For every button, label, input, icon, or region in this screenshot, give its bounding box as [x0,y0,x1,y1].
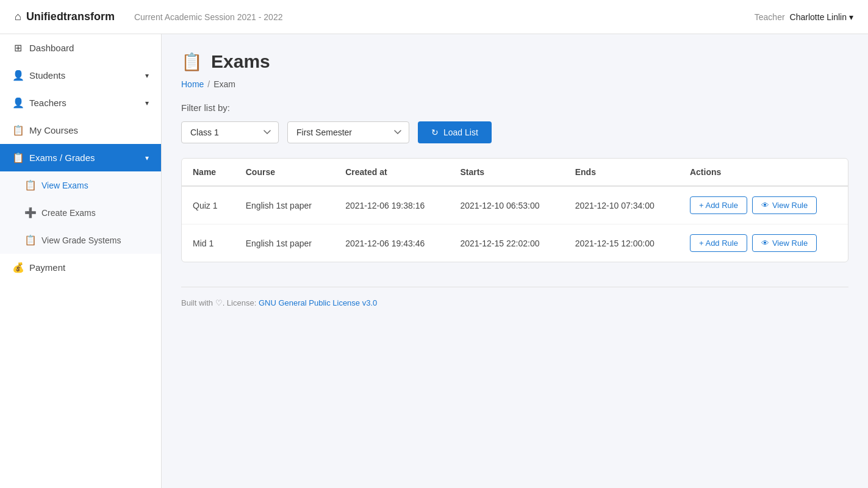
courses-icon: 📋 [12,124,23,136]
grade-systems-icon: 📋 [24,234,35,246]
username-button[interactable]: Charlotte Linlin ▾ [790,12,853,22]
teachers-icon: 👤 [12,97,23,109]
class-select[interactable]: Class 1 Class 2 Class 3 [181,121,279,143]
students-icon: 👤 [12,70,23,81]
row-created-at: 2021-12-06 19:43:46 [334,224,449,262]
table-row: Mid 1 English 1st paper 2021-12-06 19:43… [182,224,848,262]
sidebar-sub-exams: 📋 View Exams ➕ Create Exams 📋 View Grade… [0,171,161,254]
sidebar-item-create-exams[interactable]: ➕ Create Exams [0,199,161,226]
sidebar-item-my-courses[interactable]: 📋 My Courses [0,117,161,144]
actions-cell: + Add Rule 👁 View Rule [690,196,837,214]
view-rule-button[interactable]: 👁 View Rule [752,234,817,252]
footer: Built with ♡. License: GNU General Publi… [181,287,848,318]
table-header-row: Name Course Created at Starts Ends Actio… [182,159,848,186]
sidebar-item-view-grade-systems[interactable]: 📋 View Grade Systems [0,226,161,254]
row-created-at: 2021-12-06 19:38:16 [334,186,449,224]
topbar-right: Teacher Charlotte Linlin ▾ [755,12,853,22]
col-actions: Actions [679,159,848,186]
sidebar-item-dashboard[interactable]: ⊞ Dashboard [0,34,161,62]
main-layout: ⊞ Dashboard 👤 Students ▾ 👤 Teachers ▾ 📋 … [0,34,868,488]
row-course: English 1st paper [235,186,335,224]
breadcrumb-home[interactable]: Home [181,79,204,89]
view-rule-button[interactable]: 👁 View Rule [752,196,817,214]
chevron-down-icon: ▾ [145,99,149,107]
session-label: Current Academic Session 2021 - 2022 [134,12,283,22]
dashboard-icon: ⊞ [12,42,23,54]
row-starts: 2021-12-10 06:53:00 [449,186,564,224]
col-course: Course [235,159,335,186]
topbar: ⌂ Unifiedtransform Current Academic Sess… [0,0,868,34]
exams-table: Name Course Created at Starts Ends Actio… [182,159,848,262]
col-starts: Starts [449,159,564,186]
eye-icon: 👁 [761,201,769,210]
filter-row: Class 1 Class 2 Class 3 First Semester S… [181,121,848,143]
add-rule-button[interactable]: + Add Rule [690,196,747,214]
payment-icon: 💰 [12,262,23,273]
breadcrumb-separator: / [207,79,210,89]
sidebar-item-label: Dashboard [29,43,74,53]
eye-icon: 👁 [761,239,769,248]
sidebar-item-label: My Courses [29,125,78,135]
chevron-down-icon: ▾ [145,71,149,80]
view-exams-icon: 📋 [24,179,35,191]
sidebar-item-label: Students [29,70,65,81]
sidebar-sub-label: Create Exams [41,208,96,218]
breadcrumb: Home / Exam [181,79,848,89]
exams-table-container: Name Course Created at Starts Ends Actio… [181,158,848,262]
sidebar-item-label: Payment [29,262,65,273]
semester-select[interactable]: First Semester Second Semester [287,121,409,143]
row-ends: 2021-12-10 07:34:00 [564,186,679,224]
row-actions: + Add Rule 👁 View Rule [679,186,848,224]
row-name: Mid 1 [182,224,235,262]
actions-cell: + Add Rule 👁 View Rule [690,234,837,252]
sidebar-item-label: Exams / Grades [29,152,95,163]
col-ends: Ends [564,159,679,186]
main-content: 📋 Exams Home / Exam Filter list by: Clas… [162,34,868,488]
brand[interactable]: ⌂ Unifiedtransform [15,10,115,23]
page-header-icon: 📋 [181,52,203,72]
page-title: Exams [211,51,270,72]
exams-icon: 📋 [12,152,23,163]
row-name: Quiz 1 [182,186,235,224]
row-ends: 2021-12-15 12:00:00 [564,224,679,262]
sidebar-item-students[interactable]: 👤 Students ▾ [0,62,161,89]
chevron-down-icon: ▾ [145,154,149,162]
row-actions: + Add Rule 👁 View Rule [679,224,848,262]
refresh-icon: ↻ [431,127,439,137]
sidebar-item-exams-grades[interactable]: 📋 Exams / Grades ▾ [0,144,161,171]
footer-license-link[interactable]: GNU General Public License v3.0 [259,298,377,307]
row-course: English 1st paper [235,224,335,262]
user-role: Teacher [755,12,785,22]
sidebar-item-view-exams[interactable]: 📋 View Exams [0,171,161,199]
sidebar-item-payment[interactable]: 💰 Payment [0,254,161,281]
filter-label: Filter list by: [181,102,848,113]
add-rule-button[interactable]: + Add Rule [690,234,747,252]
chevron-down-icon: ▾ [849,12,853,22]
sidebar-sub-label: View Grade Systems [41,235,121,245]
sidebar-item-teachers[interactable]: 👤 Teachers ▾ [0,89,161,117]
home-icon: ⌂ [15,10,21,23]
table-row: Quiz 1 English 1st paper 2021-12-06 19:3… [182,186,848,224]
sidebar-sub-label: View Exams [41,181,88,190]
sidebar: ⊞ Dashboard 👤 Students ▾ 👤 Teachers ▾ 📋 … [0,34,162,488]
breadcrumb-current: Exam [213,79,235,89]
create-exams-icon: ➕ [24,207,35,218]
footer-text: Built with ♡. License: [181,298,259,307]
brand-name: Unifiedtransform [26,10,115,23]
load-list-button[interactable]: ↻ Load List [418,121,492,143]
col-created-at: Created at [334,159,449,186]
row-starts: 2021-12-15 22:02:00 [449,224,564,262]
sidebar-item-label: Teachers [29,98,66,108]
page-header: 📋 Exams [181,51,848,72]
col-name: Name [182,159,235,186]
